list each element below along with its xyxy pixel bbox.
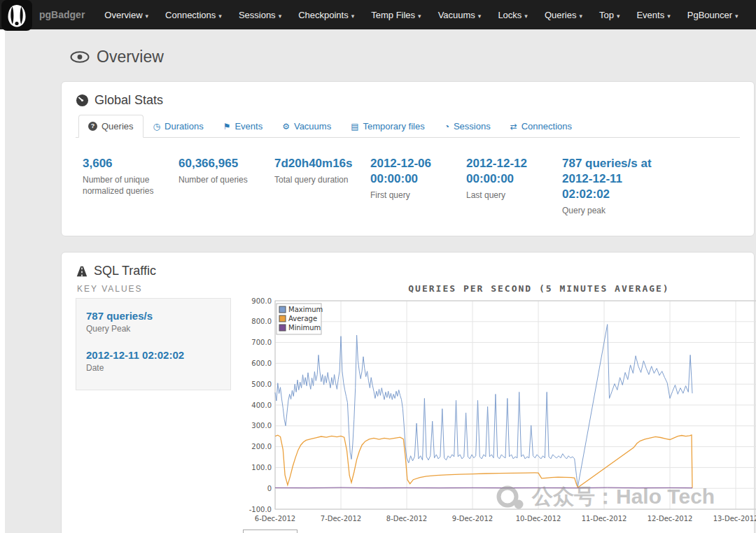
flag-icon: ⚑ (223, 122, 231, 132)
nav-item-connections[interactable]: Connections▾ (157, 10, 230, 20)
file-icon: ▤ (351, 122, 358, 132)
global-stats-tabs: ? Queries ◷ Durations ⚑ Events ⚙ Vacuums… (76, 115, 740, 138)
chevron-down-icon: ▾ (418, 13, 421, 20)
nav-item-vacuums[interactable]: Vacuums▾ (430, 10, 490, 20)
stat-query-peak: 787 queries/s at 2012-12-11 02:02:02 Que… (562, 156, 667, 216)
svg-text:500.0: 500.0 (251, 381, 272, 388)
sql-traffic-card: SQL Traffic KEY VALUES 787 queries/s Que… (61, 252, 755, 533)
chevron-down-icon: ▾ (617, 13, 620, 20)
badger-icon (1, 0, 32, 31)
pgbadger-report-screen: pgBadger Overview▾ Connections▾ Sessions… (0, 0, 756, 533)
chevron-down-icon: ▾ (351, 13, 355, 20)
navbar: pgBadger Overview▾ Connections▾ Sessions… (0, 0, 756, 29)
nav-item-pgbouncer[interactable]: PgBouncer▾ (679, 10, 747, 20)
global-stats-values: 3,606 Number of unique normalized querie… (76, 138, 740, 225)
chevron-down-icon: ▾ (524, 13, 528, 20)
svg-text:11-Dec-2012: 11-Dec-2012 (582, 515, 627, 523)
global-stats-card: Global Stats ? Queries ◷ Durations ⚑ Eve… (61, 81, 755, 236)
svg-text:800.0: 800.0 (251, 318, 272, 326)
tab-queries[interactable]: ? Queries (78, 115, 144, 138)
svg-text:6-Dec-2012: 6-Dec-2012 (255, 515, 295, 523)
stat-first-query: 2012-12-06 00:00:00 First query (370, 156, 466, 216)
stat-unique-queries: 3,606 Number of unique normalized querie… (83, 156, 178, 216)
chevron-down-icon: ▾ (279, 13, 282, 20)
svg-text:10-Dec-2012: 10-Dec-2012 (516, 515, 561, 523)
road-icon (76, 265, 88, 278)
svg-text:200.0: 200.0 (251, 443, 272, 451)
svg-text:100.0: 100.0 (251, 464, 272, 471)
chevron-down-icon: ▾ (478, 13, 482, 20)
exchange-icon: ⇄ (510, 122, 517, 132)
nav-item-events[interactable]: Events▾ (628, 10, 678, 20)
nav-item-queries[interactable]: Queries▾ (536, 10, 591, 20)
svg-text:7-Dec-2012: 7-Dec-2012 (321, 515, 361, 523)
page-title-text: Overview (97, 48, 164, 66)
key-values-box: 787 queries/s Query Peak 2012-12-11 02:0… (76, 298, 231, 390)
chevron-down-icon: ▾ (579, 13, 582, 20)
svg-text:Minimum: Minimum (288, 324, 321, 332)
brand-pgbadger[interactable]: pgBadger (39, 9, 85, 20)
queries-per-second-chart[interactable]: 900.0800.0700.0600.0500.0400.0300.0200.0… (241, 295, 756, 533)
svg-text:12-Dec-2012: 12-Dec-2012 (648, 515, 693, 523)
chart-title: QUERIES PER SECOND (5 MINUTES AVERAGE) (241, 283, 756, 294)
nav-item-checkpoints[interactable]: Checkpoints▾ (290, 10, 363, 20)
tab-vacuums[interactable]: ⚙ Vacuums (272, 115, 341, 138)
stat-number-of-queries: 60,366,965 Number of queries (178, 156, 274, 216)
queries-icon: ? (88, 122, 97, 131)
svg-text:8-Dec-2012: 8-Dec-2012 (386, 515, 427, 523)
nav-item-overview[interactable]: Overview▾ (96, 10, 157, 20)
svg-text:13-Dec-2012: 13-Dec-2012 (713, 515, 756, 523)
eye-icon (70, 51, 90, 63)
svg-text:600.0: 600.0 (251, 360, 272, 367)
chevron-down-icon: ▾ (667, 13, 671, 20)
svg-text:900.0: 900.0 (251, 297, 272, 305)
svg-text:-100.0: -100.0 (249, 506, 272, 513)
chevron-down-icon: ▾ (218, 13, 222, 20)
sql-traffic-chart: QUERIES PER SECOND (5 MINUTES AVERAGE) 9… (241, 283, 756, 533)
tab-sessions[interactable]: ◔ Sessions (435, 115, 500, 138)
clock-icon: ◷ (153, 122, 160, 132)
nav-item-temp-files[interactable]: Temp Files▾ (363, 10, 429, 20)
svg-text:700.0: 700.0 (251, 339, 272, 347)
svg-text:400.0: 400.0 (251, 401, 272, 409)
svg-text:300.0: 300.0 (251, 422, 272, 430)
svg-text:9-Dec-2012: 9-Dec-2012 (452, 515, 493, 523)
key-value-query-peak: 787 queries/s Query Peak (86, 310, 220, 334)
stat-last-query: 2012-12-12 00:00:00 Last query (466, 156, 562, 216)
nav-menu: Overview▾ Connections▾ Sessions▾ Checkpo… (96, 10, 746, 20)
sql-traffic-title: SQL Traffic (76, 264, 740, 278)
tab-durations[interactable]: ◷ Durations (144, 115, 214, 138)
dashboard-gauge-icon (76, 94, 89, 107)
chevron-down-icon: ▾ (735, 13, 738, 20)
pgbadger-logo[interactable] (1, 0, 32, 31)
global-stats-title: Global Stats (76, 93, 740, 108)
svg-text:Average: Average (288, 315, 317, 322)
tab-temporary-files[interactable]: ▤ Temporary files (341, 115, 434, 138)
nav-item-sessions[interactable]: Sessions▾ (230, 10, 290, 20)
tab-connections[interactable]: ⇄ Connections (500, 115, 582, 138)
nav-item-locks[interactable]: Locks▾ (489, 10, 536, 20)
tab-events[interactable]: ⚑ Events (214, 115, 273, 138)
nav-item-top[interactable]: Top▾ (591, 10, 629, 20)
stat-total-duration: 7d20h40m16s Total query duration (274, 156, 370, 216)
svg-text:Maximum: Maximum (288, 306, 323, 313)
key-value-date: 2012-12-11 02:02:02 Date (86, 349, 220, 373)
power-icon: ◔ (444, 122, 449, 132)
gear-icon: ⚙ (282, 122, 290, 132)
chart-export-dropdown-partial[interactable] (243, 530, 298, 533)
svg-text:0: 0 (267, 485, 272, 492)
page-title: Overview (70, 48, 756, 66)
chevron-down-icon: ▾ (146, 13, 149, 20)
page-content: Overview Global Stats ? Queries ◷ Du (5, 29, 756, 533)
